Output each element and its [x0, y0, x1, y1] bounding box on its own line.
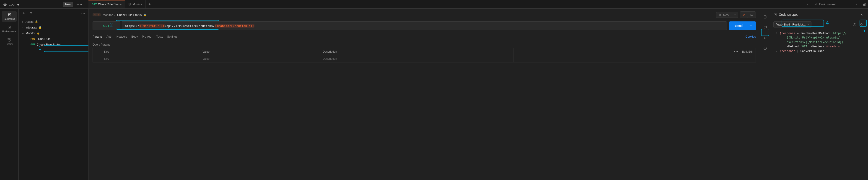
chevron-right-icon: ›: [22, 20, 24, 24]
request-check-rule-status[interactable]: GET Check Rule Status: [19, 42, 88, 47]
import-button[interactable]: Import: [74, 2, 85, 7]
request-label: Check Rule Status: [37, 43, 61, 46]
filter-button[interactable]: [28, 10, 79, 16]
code-block[interactable]: 1$response = Invoke-RestMethod 'https://…: [770, 30, 868, 56]
settings-icon[interactable]: [851, 22, 858, 28]
tab-monitor[interactable]: Monitor: [125, 0, 146, 8]
lock-icon: 🔒: [37, 32, 40, 35]
language-select[interactable]: PowerShell - RestMet…: [773, 22, 811, 28]
svg-point-8: [83, 13, 84, 13]
tab-check-rule-status[interactable]: GET Check Rule Status: [89, 0, 125, 8]
copy-icon[interactable]: [859, 22, 865, 28]
topbar: Loome New Import GET Check Rule Status M…: [0, 0, 868, 9]
folder-label: Assist: [26, 20, 33, 24]
environment-quicklook-button[interactable]: [860, 0, 868, 8]
col-description: Description: [320, 48, 513, 56]
send-dropdown[interactable]: [747, 22, 754, 29]
rail-collections[interactable]: Collections: [2, 11, 17, 22]
save-button[interactable]: Save: [716, 12, 732, 18]
description-input[interactable]: Description: [320, 56, 513, 63]
environment-label: No Environment: [814, 2, 836, 6]
col-value: Value: [200, 48, 320, 56]
tab-label: Check Rule Status: [98, 3, 122, 6]
add-collection-button[interactable]: [21, 10, 27, 16]
method-select[interactable]: GET: [93, 22, 120, 30]
new-tab-button[interactable]: [146, 0, 154, 8]
edit-icon[interactable]: [740, 12, 748, 18]
send-label: Send: [731, 22, 747, 30]
close-icon[interactable]: [859, 11, 865, 18]
tab-settings[interactable]: Settings: [167, 33, 177, 40]
chevron-down-icon: [807, 24, 809, 26]
more-icon[interactable]: •••: [734, 50, 739, 53]
brand-name: Loome: [9, 2, 19, 6]
method-label: GET: [103, 24, 110, 28]
globe-icon: [3, 2, 7, 6]
document-icon: [773, 13, 777, 16]
tab-auth[interactable]: Auth: [106, 33, 113, 40]
code-snippet-panel: Code snippet PowerShell - RestMet…: [770, 9, 868, 180]
request-label: Run Rule: [38, 37, 51, 41]
save-dropdown[interactable]: [732, 12, 738, 18]
folder-label: Monitor: [26, 31, 35, 35]
code-snippet-icon[interactable]: [762, 35, 768, 41]
info-icon[interactable]: [762, 45, 768, 51]
rail-environments[interactable]: Environments: [2, 24, 17, 35]
rail-label: History: [6, 43, 13, 45]
lock-icon: 🔒: [35, 20, 38, 23]
svg-point-9: [84, 13, 85, 13]
breadcrumb: Monitor / Check Rule Status 🔒: [103, 13, 147, 16]
col-key: Key: [102, 48, 200, 56]
url-input[interactable]: https://{{MonitorUrl}}/api/v1/rulesets/e…: [122, 22, 727, 30]
cookies-link[interactable]: Cookies: [746, 33, 756, 40]
svg-rect-2: [863, 3, 864, 4]
document-icon: [128, 3, 131, 6]
folder-integrate[interactable]: › Integrate 🔒: [19, 25, 88, 30]
tabs-overflow-chevron[interactable]: [804, 0, 812, 8]
svg-point-13: [854, 24, 855, 25]
folder-assist[interactable]: › Assist 🔒: [19, 19, 88, 25]
tab-tests[interactable]: Tests: [156, 33, 163, 40]
chevron-down-icon: ⌄: [22, 31, 24, 35]
request-pane: HTTP Monitor / Check Rule Status 🔒 Save: [89, 9, 760, 180]
rail-label: Environments: [2, 30, 16, 33]
breadcrumb-item[interactable]: Monitor: [103, 13, 113, 16]
rail-history[interactable]: History: [2, 36, 17, 47]
tab-headers[interactable]: Headers: [117, 33, 127, 40]
chevron-right-icon: ›: [22, 26, 24, 29]
request-tabs: Params Auth Headers Body Pre-req. Tests …: [89, 32, 760, 40]
svg-rect-15: [861, 24, 862, 25]
key-input[interactable]: Key: [102, 56, 200, 63]
documentation-icon[interactable]: [762, 14, 768, 20]
tab-prereq[interactable]: Pre-req.: [142, 33, 152, 40]
brand-area: Loome New Import: [0, 2, 89, 7]
rail-label: Collections: [4, 18, 15, 20]
svg-rect-6: [8, 26, 11, 28]
language-label: PowerShell - RestMet…: [775, 23, 806, 26]
method-badge: GET: [31, 43, 35, 46]
method-badge: GET: [92, 3, 97, 6]
send-button[interactable]: Send: [729, 22, 756, 30]
svg-point-7: [82, 13, 82, 13]
query-params-title: Query Params: [93, 43, 756, 46]
svg-rect-4: [863, 4, 864, 5]
query-params-table: Key Value Description ••• Bulk Edit: [93, 48, 756, 63]
tab-body[interactable]: Body: [131, 33, 138, 40]
left-rail: Collections Environments History: [0, 9, 19, 180]
svg-rect-3: [864, 3, 865, 4]
request-run-rule[interactable]: POST Run Rule: [19, 36, 88, 42]
lock-icon: 🔒: [144, 13, 147, 16]
breadcrumb-sep: /: [115, 13, 115, 16]
value-input[interactable]: Value: [200, 56, 320, 63]
bulk-edit-link[interactable]: Bulk Edit: [742, 50, 753, 53]
environment-selector[interactable]: No Environment: [812, 2, 860, 6]
sidebar: › Assist 🔒 › Integrate 🔒 ⌄ Monitor 🔒 POS…: [19, 9, 89, 180]
comments-icon[interactable]: [762, 24, 768, 31]
tab-params[interactable]: Params: [93, 33, 102, 40]
comment-icon[interactable]: [748, 12, 755, 18]
table-row[interactable]: Key Value Description: [93, 56, 756, 63]
svg-rect-5: [864, 4, 865, 5]
new-button[interactable]: New: [63, 2, 73, 7]
sidebar-options-button[interactable]: [80, 10, 86, 16]
folder-monitor[interactable]: ⌄ Monitor 🔒: [19, 30, 88, 36]
